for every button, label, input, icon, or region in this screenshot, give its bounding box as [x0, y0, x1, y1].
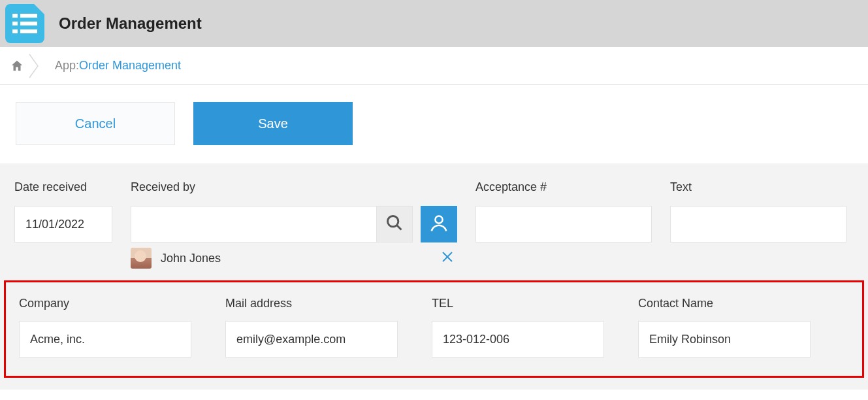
input-contact[interactable] — [638, 321, 811, 358]
svg-rect-1 — [20, 14, 37, 18]
label-contact: Contact Name — [638, 297, 811, 310]
user-icon — [429, 213, 449, 235]
app-header: Order Management — [0, 0, 868, 47]
home-icon[interactable] — [9, 58, 25, 74]
received-by-combo — [131, 206, 457, 242]
svg-rect-5 — [20, 29, 37, 33]
field-received-by: Received by — [131, 180, 457, 269]
app-list-icon — [5, 4, 44, 43]
breadcrumb-link[interactable]: Order Management — [79, 59, 181, 73]
user-fill-button[interactable] — [421, 206, 457, 242]
svg-rect-3 — [20, 22, 37, 25]
remove-user-button[interactable] — [438, 250, 457, 267]
svg-point-6 — [388, 216, 398, 227]
field-acceptance: Acceptance # — [475, 180, 652, 242]
search-button[interactable] — [376, 206, 413, 242]
svg-rect-0 — [12, 14, 18, 18]
label-mail: Mail address — [225, 297, 398, 310]
label-company: Company — [19, 297, 191, 310]
highlight-box: Company Mail address TEL Contact Name — [4, 280, 864, 378]
selected-user-name: John Jones — [161, 252, 438, 265]
label-date-received: Date received — [14, 180, 112, 194]
breadcrumb: App: Order Management — [0, 47, 868, 85]
input-date-received[interactable] — [14, 206, 112, 242]
input-company[interactable] — [19, 321, 191, 358]
input-mail[interactable] — [225, 321, 398, 358]
field-tel: TEL — [432, 297, 604, 358]
form-area: Date received Received by — [0, 163, 868, 390]
input-acceptance[interactable] — [475, 206, 652, 242]
svg-rect-2 — [12, 22, 18, 25]
selected-user-chip: John Jones — [131, 248, 457, 269]
close-icon — [442, 250, 453, 266]
input-text[interactable] — [670, 206, 846, 242]
action-bar: Cancel Save — [0, 85, 868, 163]
save-button[interactable]: Save — [193, 102, 353, 145]
input-tel[interactable] — [432, 321, 604, 358]
label-tel: TEL — [432, 297, 604, 310]
label-received-by: Received by — [131, 180, 457, 194]
svg-line-7 — [397, 225, 402, 230]
chevron-right-icon — [29, 54, 40, 78]
label-acceptance: Acceptance # — [475, 180, 652, 194]
input-received-by[interactable] — [131, 206, 376, 242]
field-company: Company — [19, 297, 191, 358]
search-icon — [385, 214, 404, 235]
field-date-received: Date received — [14, 180, 112, 242]
page-title: Order Management — [59, 14, 202, 33]
avatar — [131, 248, 152, 269]
label-text: Text — [670, 180, 846, 194]
field-contact: Contact Name — [638, 297, 811, 358]
field-text: Text — [670, 180, 846, 242]
field-mail: Mail address — [225, 297, 398, 358]
svg-rect-4 — [12, 29, 18, 33]
cancel-button[interactable]: Cancel — [16, 102, 175, 145]
breadcrumb-prefix: App: — [55, 59, 79, 73]
svg-point-8 — [435, 216, 442, 223]
